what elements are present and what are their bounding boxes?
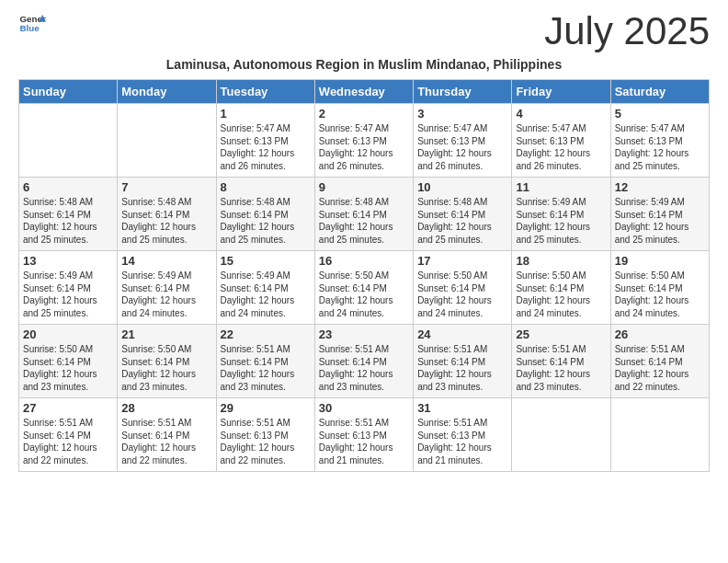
day-info: Sunrise: 5:51 AM Sunset: 6:13 PM Dayligh…	[221, 417, 311, 466]
day-info: Sunrise: 5:47 AM Sunset: 6:13 PM Dayligh…	[319, 122, 409, 172]
logo-icon: General Blue	[18, 9, 46, 37]
calendar-cell: 21Sunrise: 5:50 AM Sunset: 6:14 PM Dayli…	[118, 325, 216, 398]
day-number: 1	[221, 107, 311, 121]
calendar-cell: 10Sunrise: 5:48 AM Sunset: 6:14 PM Dayli…	[414, 178, 512, 251]
day-number: 3	[417, 107, 507, 121]
day-info: Sunrise: 5:50 AM Sunset: 6:14 PM Dayligh…	[417, 270, 507, 319]
calendar-cell: 1Sunrise: 5:47 AM Sunset: 6:13 PM Daylig…	[216, 104, 314, 178]
calendar-cell: 12Sunrise: 5:49 AM Sunset: 6:14 PM Dayli…	[610, 178, 709, 251]
day-info: Sunrise: 5:49 AM Sunset: 6:14 PM Dayligh…	[615, 196, 705, 246]
day-info: Sunrise: 5:47 AM Sunset: 6:13 PM Dayligh…	[516, 122, 606, 172]
day-info: Sunrise: 5:48 AM Sunset: 6:14 PM Dayligh…	[417, 196, 507, 246]
day-number: 31	[417, 401, 507, 415]
day-info: Sunrise: 5:48 AM Sunset: 6:14 PM Dayligh…	[121, 196, 211, 246]
day-info: Sunrise: 5:47 AM Sunset: 6:13 PM Dayligh…	[417, 122, 507, 172]
calendar-cell: 19Sunrise: 5:50 AM Sunset: 6:14 PM Dayli…	[610, 251, 709, 325]
calendar-cell	[610, 398, 709, 472]
week-row-2: 6Sunrise: 5:48 AM Sunset: 6:14 PM Daylig…	[19, 178, 710, 251]
column-header-friday: Friday	[512, 80, 610, 104]
calendar-cell: 18Sunrise: 5:50 AM Sunset: 6:14 PM Dayli…	[512, 251, 610, 325]
calendar-cell: 6Sunrise: 5:48 AM Sunset: 6:14 PM Daylig…	[19, 178, 118, 251]
day-info: Sunrise: 5:47 AM Sunset: 6:13 PM Dayligh…	[221, 122, 311, 172]
calendar-cell: 15Sunrise: 5:49 AM Sunset: 6:14 PM Dayli…	[216, 251, 314, 325]
day-number: 25	[516, 327, 606, 341]
column-header-saturday: Saturday	[610, 80, 709, 104]
calendar-cell: 27Sunrise: 5:51 AM Sunset: 6:14 PM Dayli…	[19, 398, 118, 472]
calendar-cell: 17Sunrise: 5:50 AM Sunset: 6:14 PM Dayli…	[414, 251, 512, 325]
day-number: 2	[319, 107, 409, 121]
week-row-5: 27Sunrise: 5:51 AM Sunset: 6:14 PM Dayli…	[19, 398, 710, 472]
calendar-cell	[19, 104, 118, 178]
header-row: SundayMondayTuesdayWednesdayThursdayFrid…	[19, 80, 710, 104]
day-info: Sunrise: 5:49 AM Sunset: 6:14 PM Dayligh…	[121, 270, 211, 319]
day-info: Sunrise: 5:48 AM Sunset: 6:14 PM Dayligh…	[319, 196, 409, 246]
day-number: 23	[319, 327, 409, 341]
calendar: SundayMondayTuesdayWednesdayThursdayFrid…	[18, 79, 710, 472]
day-info: Sunrise: 5:50 AM Sunset: 6:14 PM Dayligh…	[615, 270, 705, 319]
day-info: Sunrise: 5:51 AM Sunset: 6:14 PM Dayligh…	[121, 417, 211, 466]
week-row-4: 20Sunrise: 5:50 AM Sunset: 6:14 PM Dayli…	[19, 325, 710, 398]
column-header-wednesday: Wednesday	[314, 80, 413, 104]
day-number: 22	[221, 327, 311, 341]
day-number: 10	[417, 180, 507, 194]
day-number: 28	[121, 401, 211, 415]
subtitle: Laminusa, Autonomous Region in Muslim Mi…	[18, 57, 710, 72]
day-number: 13	[23, 254, 113, 268]
calendar-cell: 26Sunrise: 5:51 AM Sunset: 6:14 PM Dayli…	[610, 325, 709, 398]
day-number: 29	[221, 401, 311, 415]
column-header-sunday: Sunday	[19, 80, 118, 104]
calendar-cell: 11Sunrise: 5:49 AM Sunset: 6:14 PM Dayli…	[512, 178, 610, 251]
column-header-tuesday: Tuesday	[216, 80, 314, 104]
calendar-cell: 28Sunrise: 5:51 AM Sunset: 6:14 PM Dayli…	[118, 398, 216, 472]
day-number: 26	[615, 327, 705, 341]
calendar-cell: 16Sunrise: 5:50 AM Sunset: 6:14 PM Dayli…	[314, 251, 413, 325]
calendar-cell: 7Sunrise: 5:48 AM Sunset: 6:14 PM Daylig…	[118, 178, 216, 251]
day-number: 11	[516, 180, 606, 194]
day-number: 4	[516, 107, 606, 121]
calendar-cell: 20Sunrise: 5:50 AM Sunset: 6:14 PM Dayli…	[19, 325, 118, 398]
calendar-cell: 31Sunrise: 5:51 AM Sunset: 6:13 PM Dayli…	[414, 398, 512, 472]
day-number: 21	[121, 327, 211, 341]
day-info: Sunrise: 5:51 AM Sunset: 6:14 PM Dayligh…	[221, 343, 311, 393]
day-info: Sunrise: 5:48 AM Sunset: 6:14 PM Dayligh…	[23, 196, 113, 246]
day-info: Sunrise: 5:51 AM Sunset: 6:14 PM Dayligh…	[319, 343, 409, 393]
day-number: 20	[23, 327, 113, 341]
day-info: Sunrise: 5:50 AM Sunset: 6:14 PM Dayligh…	[516, 270, 606, 319]
day-number: 8	[221, 180, 311, 194]
day-number: 27	[23, 401, 113, 415]
day-number: 16	[319, 254, 409, 268]
day-number: 6	[23, 180, 113, 194]
day-info: Sunrise: 5:47 AM Sunset: 6:13 PM Dayligh…	[615, 122, 705, 172]
calendar-cell: 4Sunrise: 5:47 AM Sunset: 6:13 PM Daylig…	[512, 104, 610, 178]
day-info: Sunrise: 5:51 AM Sunset: 6:13 PM Dayligh…	[319, 417, 409, 466]
calendar-cell	[512, 398, 610, 472]
day-info: Sunrise: 5:51 AM Sunset: 6:14 PM Dayligh…	[516, 343, 606, 393]
day-info: Sunrise: 5:50 AM Sunset: 6:14 PM Dayligh…	[23, 343, 113, 393]
calendar-cell: 3Sunrise: 5:47 AM Sunset: 6:13 PM Daylig…	[414, 104, 512, 178]
day-info: Sunrise: 5:51 AM Sunset: 6:14 PM Dayligh…	[417, 343, 507, 393]
calendar-cell: 24Sunrise: 5:51 AM Sunset: 6:14 PM Dayli…	[414, 325, 512, 398]
svg-text:Blue: Blue	[20, 23, 40, 33]
day-number: 7	[121, 180, 211, 194]
day-number: 30	[319, 401, 409, 415]
calendar-cell: 5Sunrise: 5:47 AM Sunset: 6:13 PM Daylig…	[610, 104, 709, 178]
calendar-cell: 22Sunrise: 5:51 AM Sunset: 6:14 PM Dayli…	[216, 325, 314, 398]
calendar-cell: 2Sunrise: 5:47 AM Sunset: 6:13 PM Daylig…	[314, 104, 413, 178]
day-number: 15	[221, 254, 311, 268]
calendar-cell: 9Sunrise: 5:48 AM Sunset: 6:14 PM Daylig…	[314, 178, 413, 251]
week-row-1: 1Sunrise: 5:47 AM Sunset: 6:13 PM Daylig…	[19, 104, 710, 178]
day-info: Sunrise: 5:49 AM Sunset: 6:14 PM Dayligh…	[221, 270, 311, 319]
day-info: Sunrise: 5:51 AM Sunset: 6:14 PM Dayligh…	[615, 343, 705, 393]
calendar-cell: 30Sunrise: 5:51 AM Sunset: 6:13 PM Dayli…	[314, 398, 413, 472]
day-number: 24	[417, 327, 507, 341]
day-number: 18	[516, 254, 606, 268]
calendar-cell	[118, 104, 216, 178]
day-info: Sunrise: 5:50 AM Sunset: 6:14 PM Dayligh…	[319, 270, 409, 319]
day-info: Sunrise: 5:51 AM Sunset: 6:13 PM Dayligh…	[417, 417, 507, 466]
logo: General Blue	[18, 9, 46, 37]
calendar-cell: 8Sunrise: 5:48 AM Sunset: 6:14 PM Daylig…	[216, 178, 314, 251]
calendar-cell: 25Sunrise: 5:51 AM Sunset: 6:14 PM Dayli…	[512, 325, 610, 398]
day-number: 5	[615, 107, 705, 121]
day-number: 12	[615, 180, 705, 194]
column-header-thursday: Thursday	[414, 80, 512, 104]
